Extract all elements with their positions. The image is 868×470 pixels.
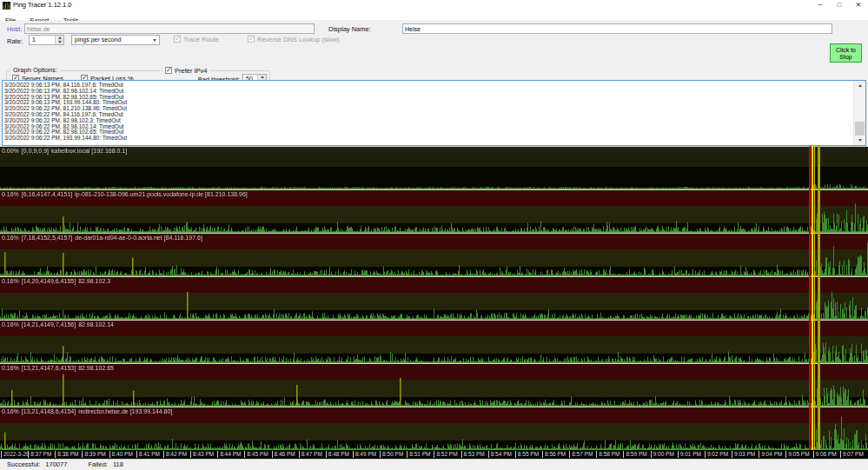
packet-loss-value: 0.16% bbox=[2, 321, 19, 328]
time-label: 8:46 PM bbox=[272, 451, 295, 458]
graph-label: 0.16%[6,16,4147,4,4151]ip-081-210-138-09… bbox=[2, 191, 250, 197]
graph-label: 0.16%[13,21,4148,6,4154]redirector.heise… bbox=[2, 408, 175, 414]
ping-stats: [13,21,4148,6,4154] bbox=[22, 408, 76, 414]
controls-panel: Host: Display Name: Click to Stop Rate: … bbox=[0, 21, 868, 80]
rate-unit-value: pings per second bbox=[75, 36, 121, 43]
time-label: 9:06 PM bbox=[813, 451, 837, 458]
successful-label: Successful: bbox=[7, 460, 40, 468]
graph-band-hop5: 0.16%[14,21,4149,7,4156]82.98.102.14 bbox=[0, 320, 868, 363]
scrollbar-thumb[interactable] bbox=[855, 122, 865, 136]
log-line: 3/20/2022 9:06:22 PM, 84.116.197.6: Time… bbox=[4, 112, 851, 118]
packet-loss-value: 0.16% bbox=[2, 278, 19, 284]
packet-loss-value: 0.16% bbox=[2, 235, 19, 241]
chevron-down-icon[interactable] bbox=[149, 36, 159, 44]
ping-stats: [0,0,9,0,9] bbox=[22, 148, 49, 154]
close-button[interactable]: ✕ bbox=[849, 0, 868, 10]
app-window: Ping Tracer 1.12.1.0 ─ □ ✕ File Export T… bbox=[0, 0, 868, 470]
time-label: 9:05 PM bbox=[785, 451, 809, 458]
prefer-ipv4-checkbox[interactable]: ✓Prefer IPv4 bbox=[163, 67, 209, 75]
time-label: 8:41 PM bbox=[136, 451, 160, 458]
maximize-button[interactable]: □ bbox=[830, 0, 849, 10]
rate-stepper[interactable]: 1 bbox=[29, 35, 64, 45]
prefer-ipv4-label: Prefer IPv4 bbox=[175, 67, 208, 75]
window-title: Ping Tracer 1.12.1.0 bbox=[13, 1, 72, 10]
time-label: 9:03 PM bbox=[732, 451, 755, 458]
log-line: 3/20/2022 9:06:13 PM, 82.98.102.14: Time… bbox=[4, 89, 851, 95]
ping-stats: [14,20,4149,6,4155] bbox=[22, 278, 76, 284]
scroll-up-icon[interactable] bbox=[854, 81, 865, 90]
time-label: 8:50 PM bbox=[380, 451, 403, 458]
packet-loss-value: 0.00% bbox=[2, 148, 19, 154]
log-line: 3/20/2022 9:06:13 PM, 82.98.102.65: Time… bbox=[4, 95, 851, 101]
ping-trace-canvas bbox=[0, 147, 868, 189]
graph-label: 0.16%[14,21,4149,7,4156]82.98.102.14 bbox=[2, 321, 116, 328]
time-label: 9:02 PM bbox=[705, 451, 728, 458]
title-bar[interactable]: Ping Tracer 1.12.1.0 ─ □ ✕ bbox=[0, 0, 868, 10]
time-axis: 2022-3-208:37 PM8:38 PM8:39 PM8:40 PM8:4… bbox=[0, 450, 868, 459]
maximize-icon: □ bbox=[838, 1, 842, 9]
log-line: 3/20/2022 9:06:13 PM, 193.99.144.80: Tim… bbox=[4, 100, 851, 106]
reverse-dns-checkbox: ✓Reverse DNS Lookup (slow) bbox=[248, 36, 340, 43]
display-name-input[interactable] bbox=[402, 23, 832, 34]
ping-log[interactable]: 3/20/2022 9:06:13 PM, 84.116.197.6: Time… bbox=[2, 80, 866, 146]
ping-graphs: 0.00%[0,0,9,0,9]kabelbox.local [192.168.… bbox=[0, 146, 868, 450]
graph-band-hop2: 0.16%[6,16,4147,4,4151]ip-081-210-138-09… bbox=[0, 189, 868, 233]
time-label: 8:59 PM bbox=[623, 451, 646, 458]
time-label: 2022-3-20 bbox=[1, 451, 30, 458]
rate-label: Rate: bbox=[7, 37, 23, 45]
hop-host: de-dar01a-rd04-ae-0-0.aorta.net [84.116.… bbox=[75, 235, 202, 241]
graph-label: 0.00%[0,0,9,0,9]kabelbox.local [192.168.… bbox=[2, 148, 129, 154]
ping-trace-canvas bbox=[0, 364, 868, 407]
time-label: 8:43 PM bbox=[190, 451, 214, 458]
trace-route-checkbox: ✓Trace Route bbox=[174, 36, 219, 43]
ping-stats: [7,18,4152,5,4157] bbox=[22, 235, 72, 241]
log-scrollbar[interactable] bbox=[853, 81, 865, 145]
arrow-down-icon[interactable] bbox=[56, 40, 63, 44]
time-label: 8:58 PM bbox=[596, 451, 620, 458]
time-label: 8:56 PM bbox=[542, 451, 566, 458]
stepper-arrows[interactable] bbox=[55, 36, 63, 44]
graph-label: 0.16%[13,21,4147,6,4153]82.98.102.65 bbox=[2, 365, 116, 371]
ping-trace-canvas bbox=[0, 277, 868, 320]
scroll-down-icon[interactable] bbox=[854, 136, 865, 145]
graph-label: 0.16%[14,20,4149,6,4155]82.98.102.3 bbox=[2, 278, 113, 284]
time-label: 8:53 PM bbox=[461, 451, 485, 458]
checkbox-icon: ✓ bbox=[174, 36, 181, 43]
stop-button[interactable]: Click to Stop bbox=[830, 43, 862, 63]
log-line: 3/20/2022 9:06:22 PM, 82.98.102.3: Timed… bbox=[4, 118, 851, 124]
display-name-label: Display Name: bbox=[328, 25, 371, 33]
minimize-icon: ─ bbox=[818, 1, 822, 9]
app-icon bbox=[3, 2, 10, 10]
ping-stats: [6,16,4147,4,4151] bbox=[22, 191, 72, 197]
hop-host: 82.98.102.14 bbox=[78, 321, 114, 328]
packet-loss-value: 0.16% bbox=[2, 408, 19, 414]
minimize-button[interactable]: ─ bbox=[811, 0, 830, 10]
failed-label: Failed: bbox=[88, 460, 108, 468]
log-line: 3/20/2022 9:06:22 PM, 82.98.102.14: Time… bbox=[4, 124, 851, 130]
time-label: 8:40 PM bbox=[109, 451, 133, 458]
ping-stats: [14,21,4149,7,4156] bbox=[22, 321, 76, 328]
time-label: 8:39 PM bbox=[82, 451, 105, 458]
failed-count: 118 bbox=[113, 460, 123, 468]
time-label: 8:37 PM bbox=[28, 451, 51, 458]
time-label: 8:47 PM bbox=[299, 451, 322, 458]
ping-trace-canvas bbox=[0, 321, 868, 363]
time-label: 9:07 PM bbox=[840, 451, 864, 458]
time-label: 8:49 PM bbox=[353, 451, 376, 458]
rate-unit-select[interactable]: pings per second bbox=[71, 35, 160, 45]
time-label: 8:44 PM bbox=[217, 451, 241, 458]
menu-bar: File Export Tools bbox=[0, 10, 868, 21]
log-line: 3/20/2022 9:06:22 PM, 82.98.102.65: Time… bbox=[4, 129, 851, 136]
log-lines: 3/20/2022 9:06:13 PM, 84.116.197.6: Time… bbox=[4, 83, 851, 142]
time-label: 8:45 PM bbox=[244, 451, 268, 458]
graph-band-hop6: 0.16%[13,21,4147,6,4153]82.98.102.65 bbox=[0, 363, 868, 407]
status-bar: Successful:170077Failed:118 bbox=[0, 459, 868, 470]
successful-count: 170077 bbox=[45, 460, 67, 468]
reverse-dns-label: Reverse DNS Lookup (slow) bbox=[257, 36, 340, 43]
hop-host: 82.98.102.65 bbox=[78, 365, 114, 371]
checkbox-icon: ✓ bbox=[248, 36, 255, 43]
time-label: 8:52 PM bbox=[434, 451, 457, 458]
time-label: 8:48 PM bbox=[326, 451, 349, 458]
graph-band-hop3: 0.16%[7,18,4152,5,4157]de-dar01a-rd04-ae… bbox=[0, 233, 868, 276]
log-line: 3/20/2022 9:06:22 PM, 193.99.144.80: Tim… bbox=[4, 136, 851, 142]
